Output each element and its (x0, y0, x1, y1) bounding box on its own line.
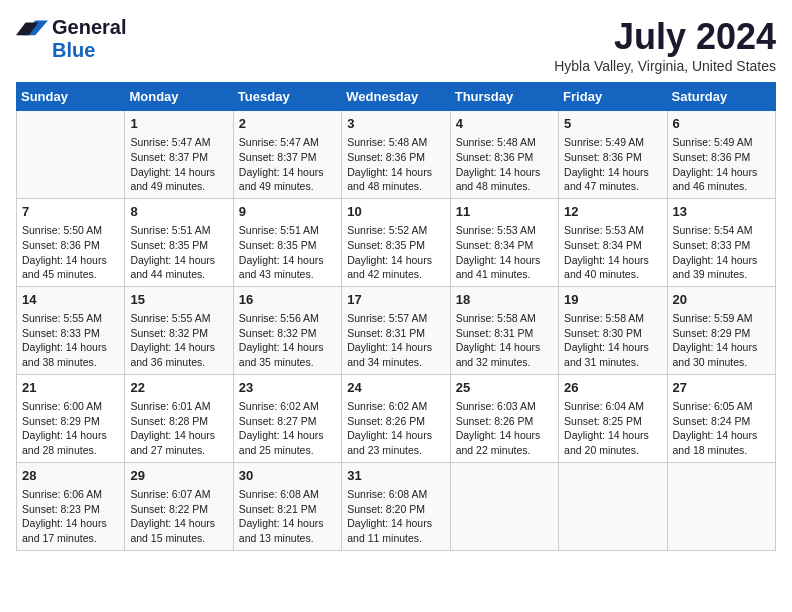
day-number: 21 (22, 379, 119, 397)
day-number: 18 (456, 291, 553, 309)
logo-icon (16, 17, 48, 37)
cell-content: Sunrise: 5:54 AM Sunset: 8:33 PM Dayligh… (673, 223, 770, 282)
header-day-wednesday: Wednesday (342, 83, 450, 111)
header-row: SundayMondayTuesdayWednesdayThursdayFrid… (17, 83, 776, 111)
calendar-cell: 28Sunrise: 6:06 AM Sunset: 8:23 PM Dayli… (17, 462, 125, 550)
cell-content: Sunrise: 6:00 AM Sunset: 8:29 PM Dayligh… (22, 399, 119, 458)
week-row-4: 21Sunrise: 6:00 AM Sunset: 8:29 PM Dayli… (17, 374, 776, 462)
day-number: 20 (673, 291, 770, 309)
calendar-cell: 5Sunrise: 5:49 AM Sunset: 8:36 PM Daylig… (559, 111, 667, 199)
calendar-cell: 9Sunrise: 5:51 AM Sunset: 8:35 PM Daylig… (233, 198, 341, 286)
header: General Blue July 2024 Hybla Valley, Vir… (16, 16, 776, 74)
cell-content: Sunrise: 5:51 AM Sunset: 8:35 PM Dayligh… (239, 223, 336, 282)
day-number: 24 (347, 379, 444, 397)
calendar-cell: 29Sunrise: 6:07 AM Sunset: 8:22 PM Dayli… (125, 462, 233, 550)
cell-content: Sunrise: 5:59 AM Sunset: 8:29 PM Dayligh… (673, 311, 770, 370)
cell-content: Sunrise: 6:06 AM Sunset: 8:23 PM Dayligh… (22, 487, 119, 546)
day-number: 26 (564, 379, 661, 397)
day-number: 19 (564, 291, 661, 309)
day-number: 5 (564, 115, 661, 133)
calendar-cell: 31Sunrise: 6:08 AM Sunset: 8:20 PM Dayli… (342, 462, 450, 550)
day-number: 22 (130, 379, 227, 397)
calendar-cell: 1Sunrise: 5:47 AM Sunset: 8:37 PM Daylig… (125, 111, 233, 199)
calendar-cell (559, 462, 667, 550)
day-number: 10 (347, 203, 444, 221)
day-number: 29 (130, 467, 227, 485)
day-number: 2 (239, 115, 336, 133)
day-number: 14 (22, 291, 119, 309)
cell-content: Sunrise: 5:49 AM Sunset: 8:36 PM Dayligh… (564, 135, 661, 194)
cell-content: Sunrise: 5:57 AM Sunset: 8:31 PM Dayligh… (347, 311, 444, 370)
calendar-cell: 18Sunrise: 5:58 AM Sunset: 8:31 PM Dayli… (450, 286, 558, 374)
day-number: 23 (239, 379, 336, 397)
cell-content: Sunrise: 5:55 AM Sunset: 8:32 PM Dayligh… (130, 311, 227, 370)
cell-content: Sunrise: 5:53 AM Sunset: 8:34 PM Dayligh… (564, 223, 661, 282)
day-number: 15 (130, 291, 227, 309)
calendar-cell: 30Sunrise: 6:08 AM Sunset: 8:21 PM Dayli… (233, 462, 341, 550)
header-day-thursday: Thursday (450, 83, 558, 111)
cell-content: Sunrise: 6:02 AM Sunset: 8:26 PM Dayligh… (347, 399, 444, 458)
header-day-sunday: Sunday (17, 83, 125, 111)
calendar-cell: 19Sunrise: 5:58 AM Sunset: 8:30 PM Dayli… (559, 286, 667, 374)
cell-content: Sunrise: 5:51 AM Sunset: 8:35 PM Dayligh… (130, 223, 227, 282)
calendar-cell: 14Sunrise: 5:55 AM Sunset: 8:33 PM Dayli… (17, 286, 125, 374)
calendar-cell: 21Sunrise: 6:00 AM Sunset: 8:29 PM Dayli… (17, 374, 125, 462)
calendar-cell: 24Sunrise: 6:02 AM Sunset: 8:26 PM Dayli… (342, 374, 450, 462)
header-day-monday: Monday (125, 83, 233, 111)
day-number: 25 (456, 379, 553, 397)
day-number: 13 (673, 203, 770, 221)
cell-content: Sunrise: 6:04 AM Sunset: 8:25 PM Dayligh… (564, 399, 661, 458)
calendar-cell: 22Sunrise: 6:01 AM Sunset: 8:28 PM Dayli… (125, 374, 233, 462)
calendar-cell: 17Sunrise: 5:57 AM Sunset: 8:31 PM Dayli… (342, 286, 450, 374)
header-day-saturday: Saturday (667, 83, 775, 111)
week-row-2: 7Sunrise: 5:50 AM Sunset: 8:36 PM Daylig… (17, 198, 776, 286)
week-row-5: 28Sunrise: 6:06 AM Sunset: 8:23 PM Dayli… (17, 462, 776, 550)
logo: General Blue (16, 16, 126, 62)
cell-content: Sunrise: 6:01 AM Sunset: 8:28 PM Dayligh… (130, 399, 227, 458)
cell-content: Sunrise: 5:47 AM Sunset: 8:37 PM Dayligh… (239, 135, 336, 194)
subtitle: Hybla Valley, Virginia, United States (554, 58, 776, 74)
calendar-cell (667, 462, 775, 550)
calendar-cell: 11Sunrise: 5:53 AM Sunset: 8:34 PM Dayli… (450, 198, 558, 286)
cell-content: Sunrise: 5:58 AM Sunset: 8:30 PM Dayligh… (564, 311, 661, 370)
cell-content: Sunrise: 5:48 AM Sunset: 8:36 PM Dayligh… (456, 135, 553, 194)
calendar-cell: 3Sunrise: 5:48 AM Sunset: 8:36 PM Daylig… (342, 111, 450, 199)
day-number: 11 (456, 203, 553, 221)
cell-content: Sunrise: 5:55 AM Sunset: 8:33 PM Dayligh… (22, 311, 119, 370)
day-number: 31 (347, 467, 444, 485)
day-number: 28 (22, 467, 119, 485)
cell-content: Sunrise: 5:47 AM Sunset: 8:37 PM Dayligh… (130, 135, 227, 194)
main-title: July 2024 (554, 16, 776, 58)
day-number: 27 (673, 379, 770, 397)
cell-content: Sunrise: 5:50 AM Sunset: 8:36 PM Dayligh… (22, 223, 119, 282)
day-number: 3 (347, 115, 444, 133)
cell-content: Sunrise: 6:08 AM Sunset: 8:20 PM Dayligh… (347, 487, 444, 546)
calendar-cell: 10Sunrise: 5:52 AM Sunset: 8:35 PM Dayli… (342, 198, 450, 286)
day-number: 9 (239, 203, 336, 221)
day-number: 4 (456, 115, 553, 133)
day-number: 7 (22, 203, 119, 221)
day-number: 30 (239, 467, 336, 485)
calendar-cell: 26Sunrise: 6:04 AM Sunset: 8:25 PM Dayli… (559, 374, 667, 462)
title-area: July 2024 Hybla Valley, Virginia, United… (554, 16, 776, 74)
cell-content: Sunrise: 5:56 AM Sunset: 8:32 PM Dayligh… (239, 311, 336, 370)
calendar-cell: 8Sunrise: 5:51 AM Sunset: 8:35 PM Daylig… (125, 198, 233, 286)
cell-content: Sunrise: 6:02 AM Sunset: 8:27 PM Dayligh… (239, 399, 336, 458)
logo-blue: Blue (52, 39, 95, 62)
calendar-cell: 16Sunrise: 5:56 AM Sunset: 8:32 PM Dayli… (233, 286, 341, 374)
calendar-cell (450, 462, 558, 550)
day-number: 6 (673, 115, 770, 133)
header-day-friday: Friday (559, 83, 667, 111)
cell-content: Sunrise: 5:49 AM Sunset: 8:36 PM Dayligh… (673, 135, 770, 194)
calendar-table: SundayMondayTuesdayWednesdayThursdayFrid… (16, 82, 776, 551)
cell-content: Sunrise: 5:52 AM Sunset: 8:35 PM Dayligh… (347, 223, 444, 282)
cell-content: Sunrise: 6:03 AM Sunset: 8:26 PM Dayligh… (456, 399, 553, 458)
cell-content: Sunrise: 5:48 AM Sunset: 8:36 PM Dayligh… (347, 135, 444, 194)
calendar-cell: 7Sunrise: 5:50 AM Sunset: 8:36 PM Daylig… (17, 198, 125, 286)
day-number: 12 (564, 203, 661, 221)
calendar-cell (17, 111, 125, 199)
cell-content: Sunrise: 6:05 AM Sunset: 8:24 PM Dayligh… (673, 399, 770, 458)
calendar-cell: 6Sunrise: 5:49 AM Sunset: 8:36 PM Daylig… (667, 111, 775, 199)
cell-content: Sunrise: 5:53 AM Sunset: 8:34 PM Dayligh… (456, 223, 553, 282)
cell-content: Sunrise: 6:07 AM Sunset: 8:22 PM Dayligh… (130, 487, 227, 546)
